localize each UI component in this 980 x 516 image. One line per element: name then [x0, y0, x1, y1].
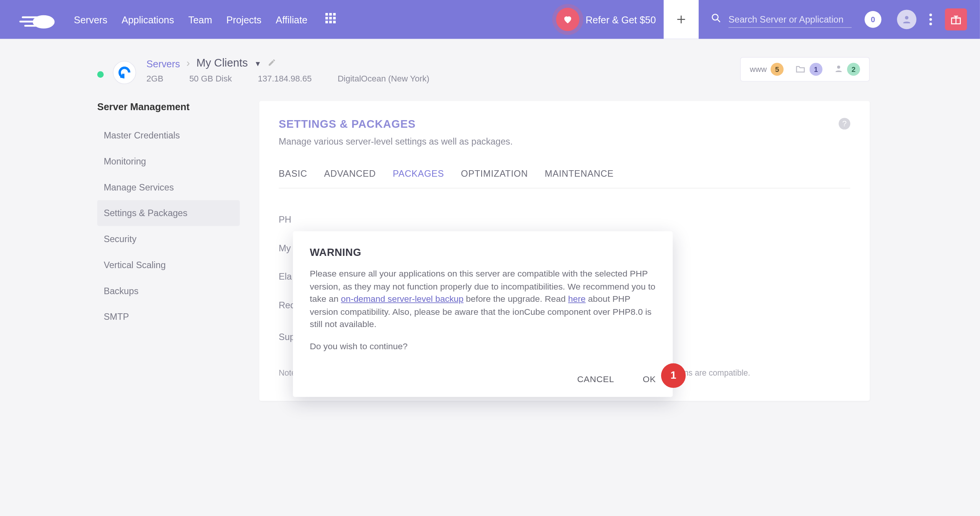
tab-basic[interactable]: BASIC — [279, 168, 307, 188]
svg-rect-18 — [119, 74, 120, 75]
cancel-button[interactable]: CANCEL — [577, 374, 614, 384]
server-header: Servers › My Clients ▼ 2GB 50 GB Disk 13… — [0, 39, 980, 85]
link-here[interactable]: here — [568, 294, 586, 304]
sidebar-item-vertical-scaling[interactable]: Vertical Scaling — [97, 252, 240, 278]
modal-question: Do you wish to continue? — [310, 340, 656, 353]
refer-button[interactable]: Refer & Get $50 — [556, 8, 664, 31]
heart-icon — [556, 8, 579, 31]
provider-icon — [113, 61, 136, 84]
panel-subtitle: Manage various server-level settings as … — [279, 136, 850, 146]
modal-title: WARNING — [310, 247, 656, 258]
tab-maintenance[interactable]: MAINTENANCE — [545, 168, 614, 188]
notification-count[interactable]: 0 — [864, 11, 881, 28]
nav-applications[interactable]: Applications — [122, 14, 174, 25]
search-icon[interactable] — [710, 12, 722, 26]
brand-logo[interactable] — [18, 9, 59, 30]
search-wrap: 0 — [710, 8, 980, 31]
topbar: Servers Applications Team Projects Affil… — [0, 0, 980, 39]
topbar-nav: Servers Applications Team Projects Affil… — [74, 14, 307, 25]
avatar[interactable] — [897, 10, 916, 29]
nav-servers[interactable]: Servers — [74, 14, 108, 25]
package-row: PH — [279, 205, 850, 234]
svg-rect-6 — [333, 13, 336, 16]
spec-disk: 50 GB Disk — [189, 74, 232, 83]
sidebar-item-monitoring[interactable]: Monitoring — [97, 148, 240, 174]
svg-rect-11 — [330, 21, 332, 23]
svg-point-19 — [837, 65, 840, 68]
sidebar-title: Server Management — [97, 101, 240, 112]
breadcrumb-separator: › — [186, 58, 190, 69]
svg-rect-1 — [22, 16, 38, 18]
svg-rect-2 — [20, 21, 35, 23]
tab-optimization[interactable]: OPTIMIZATION — [461, 168, 528, 188]
sidebar-item-security[interactable]: Security — [97, 226, 240, 252]
more-menu-icon[interactable] — [929, 14, 932, 25]
gift-icon[interactable] — [945, 8, 967, 31]
sidebar-item-settings-packages[interactable]: Settings & Packages — [97, 200, 240, 226]
folder-icon — [795, 64, 805, 75]
sidebar: Server Management Master Credentials Mon… — [97, 101, 240, 330]
svg-rect-5 — [330, 13, 332, 16]
svg-point-13 — [712, 14, 718, 20]
svg-rect-16 — [122, 74, 124, 76]
server-name[interactable]: My Clients — [196, 57, 248, 70]
breadcrumb-root[interactable]: Servers — [147, 58, 180, 69]
sidebar-item-smtp[interactable]: SMTP — [97, 304, 240, 330]
panel-title: SETTINGS & PACKAGES — [279, 118, 850, 131]
search-input[interactable] — [728, 11, 852, 28]
sidebar-item-manage-services[interactable]: Manage Services — [97, 174, 240, 200]
svg-rect-10 — [326, 21, 328, 23]
add-button[interactable] — [664, 0, 699, 39]
spec-ip: 137.184.98.65 — [258, 74, 312, 83]
nav-projects[interactable]: Projects — [226, 14, 261, 25]
help-icon[interactable]: ? — [839, 118, 850, 129]
sidebar-item-master-credentials[interactable]: Master Credentials — [97, 122, 240, 148]
modal-body: Please ensure all your applications on t… — [310, 267, 656, 331]
badge-users[interactable]: 2 — [834, 63, 860, 76]
svg-point-14 — [905, 16, 908, 20]
svg-rect-17 — [120, 76, 122, 78]
svg-rect-12 — [333, 21, 336, 23]
tabs: BASIC ADVANCED PACKAGES OPTIMIZATION MAI… — [279, 168, 850, 188]
refer-label: Refer & Get $50 — [586, 14, 656, 25]
status-indicator — [97, 71, 104, 78]
badge-projects[interactable]: 1 — [795, 63, 822, 76]
nav-team[interactable]: Team — [188, 14, 212, 25]
svg-rect-3 — [24, 25, 36, 27]
apps-grid-icon[interactable] — [326, 13, 336, 26]
tab-packages[interactable]: PACKAGES — [393, 168, 444, 188]
svg-rect-8 — [330, 17, 332, 20]
spec-ram: 2GB — [147, 74, 163, 83]
edit-icon[interactable] — [268, 58, 276, 68]
tab-advanced[interactable]: ADVANCED — [324, 168, 376, 188]
svg-rect-7 — [326, 17, 328, 20]
badge-www[interactable]: www 5 — [750, 63, 784, 76]
link-backup[interactable]: on-demand server-level backup — [341, 294, 464, 304]
user-icon — [834, 64, 843, 75]
svg-rect-4 — [326, 13, 328, 16]
chevron-down-icon[interactable]: ▼ — [254, 60, 261, 67]
spec-provider: DigitalOcean (New York) — [338, 74, 430, 83]
svg-rect-9 — [333, 17, 336, 20]
header-badges: www 5 1 2 — [740, 57, 870, 81]
nav-affiliate[interactable]: Affiliate — [276, 14, 307, 25]
warning-modal: WARNING Please ensure all your applicati… — [293, 231, 673, 397]
sidebar-item-backups[interactable]: Backups — [97, 278, 240, 304]
ok-button[interactable]: OK — [643, 374, 656, 384]
